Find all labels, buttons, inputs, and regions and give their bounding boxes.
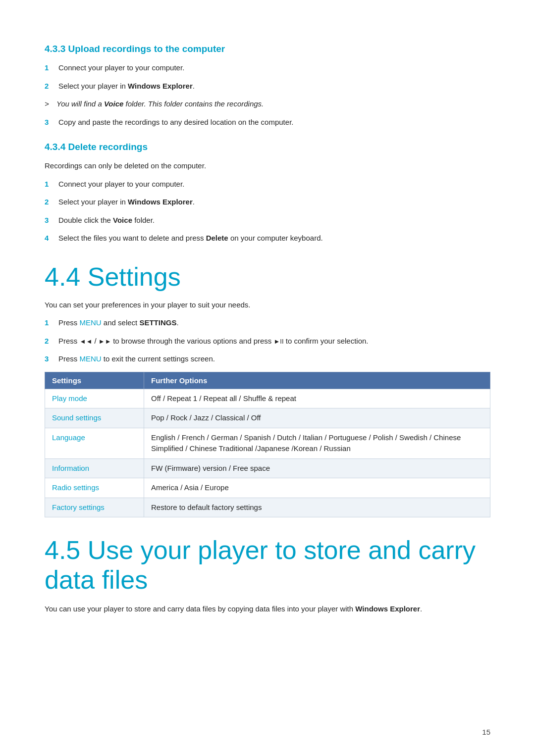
step-number: 1 [45, 317, 58, 329]
step-content: Select your player in Windows Explorer. [58, 81, 490, 92]
bold-text: Voice [113, 216, 132, 224]
step-content: Select your player in Windows Explorer. [58, 197, 490, 208]
upload-steps-list: 1 Connect your player to your computer. … [45, 62, 490, 128]
setting-name: Radio settings [45, 478, 144, 498]
delete-intro: Recordings can only be deleted on the co… [45, 160, 490, 172]
step-number: 2 [45, 197, 58, 208]
step-number: 3 [45, 215, 58, 226]
data-files-heading: 4.5 Use your player to store and carry d… [45, 535, 490, 595]
settings-intro: You can set your preferences in your pla… [45, 300, 490, 311]
delete-step-3: 3 Double click the Voice folder. [45, 215, 490, 226]
step-content: Press MENU to exit the current settings … [58, 353, 490, 365]
table-row: Language English / French / German / Spa… [45, 428, 490, 458]
col-options-header: Further Options [144, 372, 490, 389]
col-settings-header: Settings [45, 372, 144, 389]
setting-options: America / Asia / Europe [144, 478, 490, 498]
table-row: Information FW (Firmware) version / Free… [45, 458, 490, 478]
step-content: Press ◄◄ / ►► to browse through the vari… [58, 336, 490, 347]
page-number: 15 [482, 728, 490, 736]
setting-name: Language [45, 428, 144, 458]
bold-text: Windows Explorer [355, 605, 420, 613]
settings-table: Settings Further Options Play mode Off /… [45, 372, 490, 518]
delete-step-1: 1 Connect your player to your computer. [45, 179, 490, 190]
delete-step-2: 2 Select your player in Windows Explorer… [45, 197, 490, 208]
settings-heading: 4.4 Settings [45, 262, 490, 292]
setting-name: Information [45, 458, 144, 478]
table-row: Sound settings Pop / Rock / Jazz / Class… [45, 408, 490, 428]
menu-keyword: MENU [80, 318, 102, 327]
table-body: Play mode Off / Repeat 1 / Repeat all / … [45, 389, 490, 517]
step-content: Double click the Voice folder. [58, 215, 490, 226]
table-row: Radio settings America / Asia / Europe [45, 478, 490, 498]
upload-step-1: 1 Connect your player to your computer. [45, 62, 490, 74]
setting-options: Pop / Rock / Jazz / Classical / Off [144, 408, 490, 428]
settings-steps-list: 1 Press MENU and select SETTINGS. 2 Pres… [45, 317, 490, 365]
settings-step-1: 1 Press MENU and select SETTINGS. [45, 317, 490, 329]
step-number: 2 [45, 336, 58, 347]
bold-text: Delete [206, 234, 228, 242]
bold-text: Windows Explorer [128, 82, 193, 90]
setting-options: Off / Repeat 1 / Repeat all / Shuffle & … [144, 389, 490, 408]
bold-italic-text: Voice [104, 100, 123, 108]
table-row: Play mode Off / Repeat 1 / Repeat all / … [45, 389, 490, 408]
data-files-intro: You can use your player to store and car… [45, 604, 490, 615]
upload-step-2: 2 Select your player in Windows Explorer… [45, 81, 490, 92]
step-content: Copy and paste the recordings to any des… [58, 117, 490, 128]
upload-step-3: 3 Copy and paste the recordings to any d… [45, 117, 490, 128]
step-number: 3 [45, 117, 58, 128]
step-number: 2 [45, 81, 58, 92]
menu-keyword: MENU [80, 354, 102, 363]
delete-steps-list: 1 Connect your player to your computer. … [45, 179, 490, 244]
settings-step-3: 3 Press MENU to exit the current setting… [45, 353, 490, 365]
setting-name: Sound settings [45, 408, 144, 428]
upload-step-arrow: > You will find a Voice folder. This fol… [45, 99, 490, 110]
step-content: Select the files you want to delete and … [58, 233, 490, 244]
step-content: Press MENU and select SETTINGS. [58, 317, 490, 329]
table-header-row: Settings Further Options [45, 372, 490, 389]
step-content: Connect your player to your computer. [58, 62, 490, 74]
step-number: 1 [45, 179, 58, 190]
settings-step-2: 2 Press ◄◄ / ►► to browse through the va… [45, 336, 490, 347]
step-number: 4 [45, 233, 58, 244]
table-row: Factory settings Restore to default fact… [45, 498, 490, 517]
setting-name: Play mode [45, 389, 144, 408]
step-number: 1 [45, 62, 58, 74]
next-icon: ►► [99, 338, 113, 345]
upload-heading: 4.3.3 Upload recordings to the computer [45, 44, 490, 54]
delete-step-4: 4 Select the files you want to delete an… [45, 233, 490, 244]
bold-text: SETTINGS [139, 318, 176, 327]
bold-text: Windows Explorer [128, 198, 193, 206]
arrow-symbol: > [45, 99, 56, 110]
setting-options: Restore to default factory settings [144, 498, 490, 517]
delete-heading: 4.3.4 Delete recordings [45, 142, 490, 152]
play-icon: ►II [274, 338, 284, 345]
prev-icon: ◄◄ [80, 338, 93, 345]
setting-options: FW (Firmware) version / Free space [144, 458, 490, 478]
setting-name: Factory settings [45, 498, 144, 517]
step-content: You will find a Voice folder. This folde… [56, 99, 490, 110]
step-number: 3 [45, 353, 58, 365]
setting-options: English / French / German / Spanish / Du… [144, 428, 490, 458]
step-content: Connect your player to your computer. [58, 179, 490, 190]
